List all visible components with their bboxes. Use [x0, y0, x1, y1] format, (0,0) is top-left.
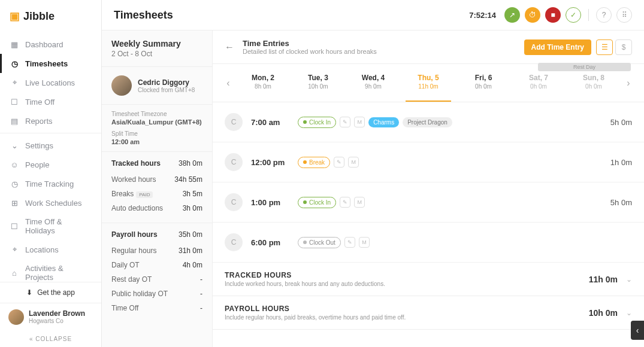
help-button[interactable]: ? — [596, 7, 612, 23]
sidebar-item-timesheets[interactable]: ◷Timesheets — [0, 54, 101, 73]
note-icon[interactable]: ✎ — [340, 197, 350, 208]
stat-value: 3h 0m — [183, 204, 202, 212]
clock: 7:52:14 — [469, 11, 496, 20]
next-week-button[interactable]: › — [621, 78, 636, 89]
summary-range: 2 Oct - 8 Oct — [111, 50, 202, 58]
week-nav: ‹ Mon, 28h 0mTue, 310h 0mWed, 49h 0mThu,… — [213, 64, 644, 102]
time-entry-row[interactable]: C7:00 amClock In✎MCharmsProject Dragon5h… — [213, 102, 644, 142]
sidebar-item-locations[interactable]: ⌖Locations — [0, 240, 101, 259]
manual-icon[interactable]: M — [359, 237, 370, 248]
sidebar-item-time-tracking[interactable]: ◷Time Tracking — [0, 174, 101, 193]
chevron-down-icon: ⌄ — [626, 275, 632, 284]
stat-value: 4h 0m — [183, 261, 202, 269]
project-badge: Project Dragon — [403, 117, 452, 127]
stat-label: Daily OT — [111, 261, 140, 269]
add-time-entry-button[interactable]: Add Time Entry — [524, 39, 591, 55]
get-app-label: Get the app — [37, 288, 75, 297]
tz-label: Timesheet Timezone — [111, 111, 202, 117]
note-icon[interactable]: ✎ — [340, 117, 350, 127]
topbar: Timesheets 7:52:14 ↗ ⏱ ■ ✓ ? ⠿ — [102, 0, 644, 31]
chevron-down-icon: ⌄ — [626, 309, 632, 317]
day-tab[interactable]: Mon, 28h 0m — [235, 70, 291, 96]
day-hours: 0h 0m — [456, 83, 511, 90]
stat-value: - — [200, 304, 202, 312]
summary-title: Weekly Summary — [111, 39, 202, 48]
totals-value: 11h 0m — [589, 275, 618, 284]
sidebar-item-work-schedules[interactable]: ⊞Work Schedules — [0, 193, 101, 212]
sidebar-item-label: Reports — [25, 117, 53, 126]
day-name: Fri, 6 — [456, 74, 511, 82]
sidebar-item-time-off-holidays[interactable]: ☐Time Off & Holidays — [0, 212, 101, 240]
chev-icon: ⌄ — [10, 141, 19, 150]
sidebar-item-label: Timesheets — [25, 59, 68, 68]
time-entry-row[interactable]: C12:00 pmBreak✎M1h 0m — [213, 142, 644, 182]
clockin-quick-button[interactable]: ↗ — [504, 7, 520, 23]
manual-icon[interactable]: M — [348, 157, 359, 168]
manual-icon[interactable]: M — [354, 117, 365, 127]
stats-title: Tracked hours — [111, 159, 161, 168]
sidebar-item-label: Dashboard — [25, 40, 64, 49]
totals-title: TRACKED HOURS — [225, 271, 385, 279]
back-button[interactable]: ← — [225, 42, 234, 53]
sidebar-item-reports[interactable]: ▤Reports — [0, 111, 101, 130]
day-tab[interactable]: Sat, 70h 0m — [511, 70, 566, 96]
detail-title: Time Entries — [243, 39, 377, 48]
day-tab[interactable]: Sun, 80h 0m — [566, 70, 621, 96]
pin-icon: ⌖ — [10, 245, 19, 254]
totals-row[interactable]: TRACKED HOURSInclude worked hours, break… — [213, 263, 644, 296]
split-value: 12:00 am — [111, 138, 202, 145]
day-hours: 11h 0m — [401, 83, 456, 90]
prev-week-button[interactable]: ‹ — [221, 78, 235, 89]
day-tab[interactable]: Tue, 310h 0m — [291, 70, 346, 96]
day-tab[interactable]: Thu, 511h 0m — [401, 70, 456, 96]
day-name: Thu, 5 — [401, 74, 456, 82]
day-name: Tue, 3 — [291, 74, 346, 82]
stat-label: Time Off — [111, 304, 138, 312]
sidebar-item-live-locations[interactable]: ⌖Live Locations — [0, 73, 101, 92]
money-view-button[interactable]: $ — [615, 39, 632, 55]
sidebar-item-label: Time Tracking — [25, 179, 74, 188]
collapse-button[interactable]: « COLLAPSE — [0, 331, 101, 347]
user-footer[interactable]: Lavender Brown Hogwarts Co — [0, 303, 101, 331]
time-entry-row[interactable]: C6:00 pmClock Out✎M — [213, 223, 644, 263]
stat-label: Public holiday OT — [111, 290, 168, 298]
sidebar-item-label: Time Off & Holidays — [25, 217, 92, 235]
sidebar-item-label: Settings — [25, 141, 53, 150]
sched-icon: ⊞ — [10, 198, 19, 208]
time-entry-row[interactable]: C1:00 pmClock In✎M5h 0m — [213, 182, 644, 223]
day-name: Sun, 8 — [566, 74, 621, 82]
note-icon[interactable]: ✎ — [344, 237, 355, 248]
stat-value: 3h 5m — [183, 190, 202, 198]
note-icon[interactable]: ✎ — [334, 157, 344, 168]
totals-row[interactable]: PAYROLL HOURSInclude regular hours, paid… — [213, 296, 644, 330]
paid-badge: PAID — [136, 191, 153, 198]
pin-icon: ⌖ — [10, 78, 19, 87]
stat-row: Regular hours31h 0m — [111, 243, 202, 258]
stat-row: Daily OT4h 0m — [111, 258, 202, 272]
logo: ▣ Jibble — [0, 0, 101, 32]
stat-value: - — [200, 290, 202, 298]
user-status-button[interactable]: ✓ — [566, 7, 581, 23]
sidebar-item-time-off[interactable]: ☐Time Off — [0, 92, 101, 111]
help-fab[interactable]: ‹ — [631, 321, 644, 340]
avatar — [8, 309, 24, 325]
get-app-button[interactable]: ⬇ Get the app — [0, 282, 101, 303]
apps-button[interactable]: ⠿ — [616, 7, 632, 23]
day-hours: 9h 0m — [346, 83, 401, 90]
stat-row: Worked hours34h 55m — [111, 172, 202, 187]
sidebar: ▣ Jibble ▦Dashboard◷Timesheets⌖Live Loca… — [0, 0, 102, 347]
day-name: Wed, 4 — [346, 74, 401, 82]
sidebar-item-people[interactable]: ☺People — [0, 155, 101, 174]
summary-user[interactable]: Cedric Diggory Clocked from GMT+8 — [102, 66, 212, 105]
calendar-icon: ☐ — [10, 97, 19, 106]
break-quick-button[interactable]: ⏱ — [525, 7, 540, 23]
list-view-button[interactable]: ☰ — [596, 39, 613, 55]
sidebar-item-activities-projects[interactable]: ⌂Activities & Projects — [0, 259, 101, 282]
sidebar-item-settings[interactable]: ⌄Settings — [0, 136, 101, 155]
sidebar-item-dashboard[interactable]: ▦Dashboard — [0, 35, 101, 54]
day-tab[interactable]: Fri, 60h 0m — [456, 70, 511, 96]
clockout-quick-button[interactable]: ■ — [545, 7, 561, 23]
manual-icon[interactable]: M — [354, 197, 365, 208]
day-tab[interactable]: Wed, 49h 0m — [346, 70, 401, 96]
entry-time: 1:00 pm — [251, 198, 289, 207]
